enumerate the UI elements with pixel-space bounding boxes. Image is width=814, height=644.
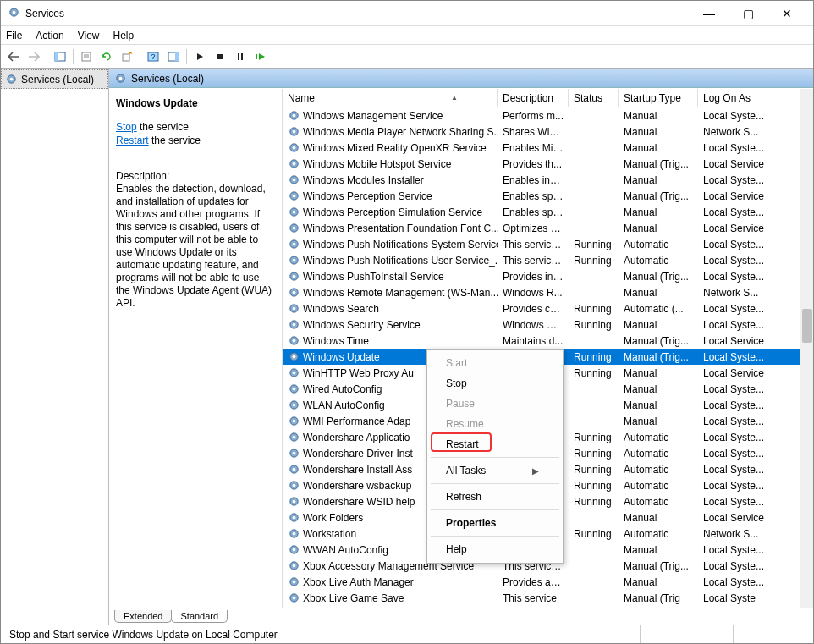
stop-link[interactable]: Stop xyxy=(116,121,137,133)
service-row[interactable]: Windows Security ServiceWindows Se...Run… xyxy=(283,316,813,333)
statusbar: Stop and Start service Windows Update on… xyxy=(1,625,813,643)
service-logon: Local Service xyxy=(698,367,813,379)
service-row[interactable]: Windows SearchProvides co...RunningAutom… xyxy=(283,300,813,316)
service-description: Provides inf... xyxy=(498,271,569,283)
service-name-cell: Windows Security Service xyxy=(283,318,498,331)
show-hide-tree-button[interactable] xyxy=(51,47,69,66)
service-description: Performs m... xyxy=(498,110,569,122)
start-service-button[interactable] xyxy=(190,47,209,66)
menu-file[interactable]: File xyxy=(6,30,22,41)
service-logon: Local Syste... xyxy=(698,142,813,154)
svg-rect-11 xyxy=(175,52,179,61)
menu-action[interactable]: Action xyxy=(36,30,63,41)
service-status: Running xyxy=(569,432,619,443)
service-row[interactable]: Windows Mixed Reality OpenXR ServiceEnab… xyxy=(283,140,813,156)
service-row[interactable]: Windows PushToInstall ServiceProvides in… xyxy=(283,268,813,284)
service-row[interactable]: Windows Media Player Network Sharing S..… xyxy=(283,124,813,140)
service-logon: Local Syste... xyxy=(698,464,813,476)
service-logon: Local Syste... xyxy=(698,544,813,556)
context-item-stop[interactable]: Stop xyxy=(429,373,561,394)
col-header-description[interactable]: Description xyxy=(498,89,569,107)
service-name: Workstation xyxy=(303,528,356,540)
context-separator xyxy=(431,483,559,484)
svg-point-23 xyxy=(293,130,296,134)
service-row[interactable]: Windows Perception ServiceEnables spa...… xyxy=(283,188,813,204)
menu-view[interactable]: View xyxy=(78,30,100,41)
context-item-help[interactable]: Help xyxy=(429,539,561,559)
service-row[interactable]: Windows Push Notifications User Service_… xyxy=(283,252,813,268)
svg-point-71 xyxy=(293,516,296,520)
show-hide-action-pane-button[interactable] xyxy=(164,47,183,66)
pause-service-button[interactable] xyxy=(231,47,250,66)
panel-title: Services (Local) xyxy=(131,73,204,85)
service-status: Running xyxy=(569,464,619,476)
services-app-icon xyxy=(8,6,20,21)
context-item-restart[interactable]: Restart xyxy=(429,434,561,454)
service-startup: Manual xyxy=(619,416,698,427)
service-row[interactable]: Windows Push Notifications System Servic… xyxy=(283,236,813,252)
context-item-label: Properties xyxy=(446,517,496,529)
service-row[interactable]: Windows Presentation Foundation Font C..… xyxy=(283,220,813,236)
service-startup: Manual (Trig... xyxy=(619,158,698,170)
restart-service-button[interactable] xyxy=(251,47,270,66)
service-row[interactable]: Windows TimeMaintains d...Manual (Trig..… xyxy=(283,333,813,349)
menu-help[interactable]: Help xyxy=(113,30,135,41)
service-logon: Local Syste... xyxy=(698,576,813,588)
service-name-cell: Windows Search xyxy=(283,302,498,315)
svg-point-61 xyxy=(293,436,296,439)
context-item-all-tasks[interactable]: All Tasks▶ xyxy=(429,460,561,481)
service-startup: Automatic xyxy=(619,464,698,476)
service-row[interactable]: Windows Mobile Hotspot ServiceProvides t… xyxy=(283,156,813,172)
service-name: Wondershare Install Ass xyxy=(303,464,412,476)
forward-button[interactable] xyxy=(25,47,43,66)
service-row[interactable]: Xbox Live Game SaveThis serviceManual (T… xyxy=(283,590,813,606)
service-name-cell: Wondershare Driver Inst xyxy=(283,447,426,460)
service-startup: Automatic xyxy=(619,448,698,460)
scroll-thumb[interactable] xyxy=(802,309,812,343)
context-item-properties[interactable]: Properties xyxy=(429,513,561,533)
properties-button[interactable] xyxy=(77,47,96,66)
minimize-button[interactable]: — xyxy=(690,1,729,25)
service-name: Windows Time xyxy=(303,335,369,347)
context-separator xyxy=(431,509,559,510)
service-name: Windows Mobile Hotspot Service xyxy=(303,158,451,170)
service-status: Running xyxy=(569,255,619,267)
service-startup: Automatic xyxy=(619,255,698,267)
col-header-status[interactable]: Status xyxy=(569,89,619,107)
service-name: Wondershare Applicatio xyxy=(303,432,410,443)
service-row[interactable]: Windows Perception Simulation ServiceEna… xyxy=(283,204,813,220)
context-item-start: Start xyxy=(429,353,561,373)
service-startup: Manual (Trig... xyxy=(619,560,698,572)
tree-root-services-local[interactable]: Services (Local) xyxy=(1,69,108,89)
tab-standard[interactable]: Standard xyxy=(171,610,228,623)
service-status: Running xyxy=(569,303,619,315)
service-name: Windows Presentation Foundation Font C..… xyxy=(303,223,498,234)
col-header-name[interactable]: Name▲ xyxy=(283,89,498,107)
service-logon: Network S... xyxy=(698,528,813,540)
back-button[interactable] xyxy=(4,47,23,66)
service-startup: Manual xyxy=(619,512,698,524)
svg-point-69 xyxy=(293,500,296,504)
col-header-startup[interactable]: Startup Type xyxy=(619,89,698,107)
help-button[interactable]: ? xyxy=(144,47,162,66)
service-row[interactable]: Windows Modules InstallerEnables inst...… xyxy=(283,172,813,188)
stop-service-button[interactable] xyxy=(211,47,229,66)
service-logon: Network S... xyxy=(698,287,813,299)
maximize-button[interactable]: ▢ xyxy=(729,1,767,25)
export-button[interactable] xyxy=(118,47,136,66)
service-name: Windows Perception Simulation Service xyxy=(303,206,482,218)
close-button[interactable]: ✕ xyxy=(767,1,806,25)
tab-extended[interactable]: Extended xyxy=(114,610,172,623)
service-row[interactable]: Windows Remote Management (WS-Man...Wind… xyxy=(283,284,813,300)
service-name-cell: Xbox Live Game Save xyxy=(283,592,498,604)
restart-link[interactable]: Restart xyxy=(116,135,149,146)
col-header-logon[interactable]: Log On As xyxy=(698,89,813,107)
svg-rect-12 xyxy=(217,54,223,59)
service-row[interactable]: Xbox Live Auth ManagerProvides au...Manu… xyxy=(283,574,813,590)
vertical-scrollbar[interactable] xyxy=(800,89,813,608)
refresh-button[interactable] xyxy=(97,47,116,66)
service-name-cell: Windows Push Notifications System Servic… xyxy=(283,238,498,250)
context-item-refresh[interactable]: Refresh xyxy=(429,487,561,507)
service-row[interactable]: Windows Management ServicePerforms m...M… xyxy=(283,107,813,124)
svg-point-63 xyxy=(293,452,296,455)
